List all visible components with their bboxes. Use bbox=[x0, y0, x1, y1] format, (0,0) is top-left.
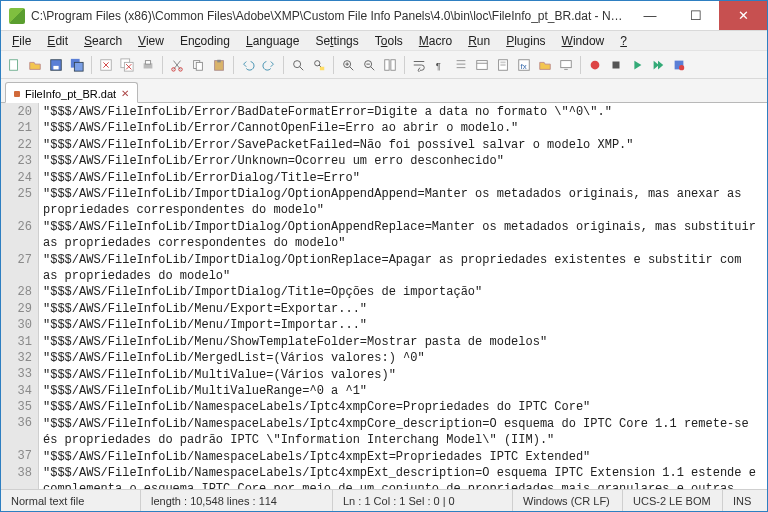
code-line[interactable]: "$$$/AWS/FileInfoLib/Error/SavePacketFai… bbox=[43, 137, 763, 153]
play-multi-icon[interactable] bbox=[649, 56, 667, 74]
code-line[interactable]: "$$$/AWS/FileInfoLib/ImportDialog/Option… bbox=[43, 252, 763, 285]
line-number: 25 bbox=[1, 186, 32, 219]
svg-point-31 bbox=[591, 60, 600, 69]
folder-view-icon[interactable] bbox=[536, 56, 554, 74]
show-all-chars-icon[interactable]: ¶ bbox=[431, 56, 449, 74]
sync-vscroll-icon[interactable] bbox=[381, 56, 399, 74]
status-encoding[interactable]: UCS-2 LE BOM bbox=[623, 490, 723, 511]
menu-item[interactable]: View bbox=[131, 32, 171, 50]
save-icon[interactable] bbox=[47, 56, 65, 74]
code-line[interactable]: "$$$/AWS/FileInfoLib/NamespaceLabels/Ipt… bbox=[43, 449, 763, 465]
word-wrap-icon[interactable] bbox=[410, 56, 428, 74]
editor[interactable]: 2021222324252627282930313233343536373839… bbox=[1, 103, 767, 489]
toolbar-separator bbox=[162, 56, 163, 74]
menu-item[interactable]: Language bbox=[239, 32, 306, 50]
line-number: 21 bbox=[1, 120, 32, 136]
menu-item[interactable]: File bbox=[5, 32, 38, 50]
stop-macro-icon[interactable] bbox=[607, 56, 625, 74]
status-eol[interactable]: Windows (CR LF) bbox=[513, 490, 623, 511]
status-position: Ln : 1 Col : 1 Sel : 0 | 0 bbox=[333, 490, 513, 511]
code-line[interactable]: "$$$/AWS/FileInfoLib/Error/Unknown=Ocorr… bbox=[43, 153, 763, 169]
code-line[interactable]: "$$$/AWS/FileInfoLib/Error/BadDateFormat… bbox=[43, 104, 763, 120]
svg-rect-2 bbox=[53, 65, 58, 69]
record-macro-icon[interactable] bbox=[586, 56, 604, 74]
svg-rect-22 bbox=[391, 59, 395, 70]
code-line[interactable]: "$$$/AWS/FileInfoLib/ImportDialog/Title=… bbox=[43, 284, 763, 300]
func-list-icon[interactable]: fx bbox=[515, 56, 533, 74]
menu-item[interactable]: ? bbox=[613, 32, 634, 50]
code-line[interactable]: "$$$/AWS/FileInfoLib/MergedList=(Vários … bbox=[43, 350, 763, 366]
line-number: 31 bbox=[1, 334, 32, 350]
toolbar-separator bbox=[91, 56, 92, 74]
menu-item[interactable]: Window bbox=[555, 32, 612, 50]
maximize-button[interactable]: ☐ bbox=[673, 1, 719, 30]
file-modified-icon bbox=[14, 91, 20, 97]
find-icon[interactable] bbox=[289, 56, 307, 74]
print-icon[interactable] bbox=[139, 56, 157, 74]
svg-text:¶: ¶ bbox=[436, 59, 441, 70]
svg-rect-4 bbox=[74, 62, 83, 71]
play-macro-icon[interactable] bbox=[628, 56, 646, 74]
code-line[interactable]: "$$$/AWS/FileInfoLib/ErrorDialog/Title=E… bbox=[43, 170, 763, 186]
zoom-out-icon[interactable] bbox=[360, 56, 378, 74]
doc-map-icon[interactable] bbox=[494, 56, 512, 74]
paste-icon[interactable] bbox=[210, 56, 228, 74]
indent-guide-icon[interactable] bbox=[452, 56, 470, 74]
user-lang-icon[interactable] bbox=[473, 56, 491, 74]
svg-rect-30 bbox=[561, 60, 572, 67]
redo-icon[interactable] bbox=[260, 56, 278, 74]
tab-label: FileInfo_pt_BR.dat bbox=[25, 88, 116, 100]
file-tab[interactable]: FileInfo_pt_BR.dat ✕ bbox=[5, 82, 138, 103]
code-line[interactable]: "$$$/AWS/FileInfoLib/Menu/ShowTemplateFo… bbox=[43, 334, 763, 350]
line-number: 22 bbox=[1, 137, 32, 153]
zoom-in-icon[interactable] bbox=[339, 56, 357, 74]
close-all-icon[interactable] bbox=[118, 56, 136, 74]
copy-icon[interactable] bbox=[189, 56, 207, 74]
menu-item[interactable]: Tools bbox=[368, 32, 410, 50]
save-all-icon[interactable] bbox=[68, 56, 86, 74]
line-number: 32 bbox=[1, 350, 32, 366]
cut-icon[interactable] bbox=[168, 56, 186, 74]
titlebar[interactable]: C:\Program Files (x86)\Common Files\Adob… bbox=[1, 1, 767, 31]
replace-icon[interactable] bbox=[310, 56, 328, 74]
code-line[interactable]: "$$$/AWS/FileInfoLib/NamespaceLabels/Ipt… bbox=[43, 465, 763, 489]
menu-item[interactable]: Run bbox=[461, 32, 497, 50]
toolbar-separator bbox=[283, 56, 284, 74]
code-line[interactable]: "$$$/AWS/FileInfoLib/MultiValueRange=^0 … bbox=[43, 383, 763, 399]
svg-rect-26 bbox=[500, 61, 505, 63]
monitor-icon[interactable] bbox=[557, 56, 575, 74]
code-line[interactable]: "$$$/AWS/FileInfoLib/NamespaceLabels/Ipt… bbox=[43, 416, 763, 449]
code-line[interactable]: "$$$/AWS/FileInfoLib/Menu/Export=Exporta… bbox=[43, 301, 763, 317]
code-line[interactable]: "$$$/AWS/FileInfoLib/MultiValue=(Vários … bbox=[43, 367, 763, 383]
close-file-icon[interactable] bbox=[97, 56, 115, 74]
svg-rect-13 bbox=[196, 62, 202, 70]
menu-item[interactable]: Edit bbox=[40, 32, 75, 50]
minimize-button[interactable]: — bbox=[627, 1, 673, 30]
app-icon bbox=[9, 8, 25, 24]
menu-item[interactable]: Macro bbox=[412, 32, 459, 50]
code-line[interactable]: "$$$/AWS/FileInfoLib/NamespaceLabels/Ipt… bbox=[43, 399, 763, 415]
status-insert-mode[interactable]: INS bbox=[723, 490, 767, 511]
line-number: 20 bbox=[1, 104, 32, 120]
code-line[interactable]: "$$$/AWS/FileInfoLib/Menu/Import=Importa… bbox=[43, 317, 763, 333]
status-filetype: Normal text file bbox=[1, 490, 141, 511]
tabbar: FileInfo_pt_BR.dat ✕ bbox=[1, 79, 767, 103]
line-number: 24 bbox=[1, 170, 32, 186]
tab-close-icon[interactable]: ✕ bbox=[121, 88, 129, 99]
menu-item[interactable]: Settings bbox=[308, 32, 365, 50]
code-line[interactable]: "$$$/AWS/FileInfoLib/Error/CannotOpenFil… bbox=[43, 120, 763, 136]
close-button[interactable]: ✕ bbox=[719, 1, 767, 30]
menubar: FileEditSearchViewEncodingLanguageSettin… bbox=[1, 31, 767, 51]
line-number: 29 bbox=[1, 301, 32, 317]
code-line[interactable]: "$$$/AWS/FileInfoLib/ImportDialog/Option… bbox=[43, 186, 763, 219]
menu-item[interactable]: Search bbox=[77, 32, 129, 50]
open-file-icon[interactable] bbox=[26, 56, 44, 74]
undo-icon[interactable] bbox=[239, 56, 257, 74]
save-macro-icon[interactable] bbox=[670, 56, 688, 74]
menu-item[interactable]: Encoding bbox=[173, 32, 237, 50]
code-line[interactable]: "$$$/AWS/FileInfoLib/ImportDialog/Option… bbox=[43, 219, 763, 252]
new-file-icon[interactable] bbox=[5, 56, 23, 74]
menu-item[interactable]: Plugins bbox=[499, 32, 552, 50]
code-area[interactable]: "$$$/AWS/FileInfoLib/Error/BadDateFormat… bbox=[39, 103, 767, 489]
svg-rect-18 bbox=[320, 66, 324, 70]
